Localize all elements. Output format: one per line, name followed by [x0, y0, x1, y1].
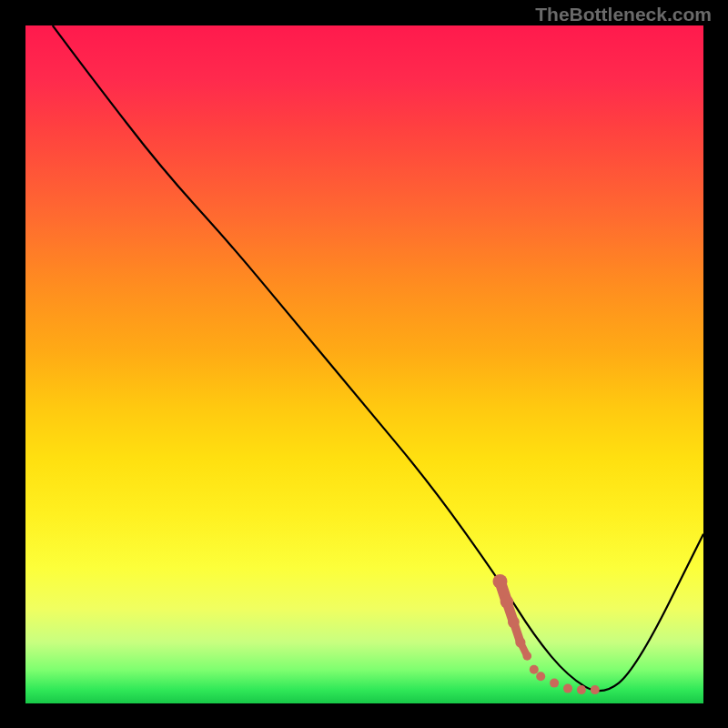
svg-point-13	[577, 685, 586, 694]
svg-point-4	[493, 574, 508, 589]
svg-point-10	[536, 672, 545, 681]
svg-point-7	[515, 637, 525, 647]
svg-line-1	[513, 622, 521, 642]
bottleneck-curve	[53, 25, 703, 691]
svg-point-11	[550, 679, 559, 688]
chart-svg	[25, 25, 703, 703]
svg-line-0	[521, 642, 527, 656]
chart-plot-area	[25, 25, 703, 703]
watermark-text: TheBottleneck.com	[535, 4, 712, 25]
svg-point-14	[591, 685, 600, 694]
svg-point-8	[523, 652, 532, 661]
svg-point-9	[530, 665, 539, 674]
optimal-marker	[493, 574, 600, 694]
svg-point-6	[508, 616, 520, 628]
svg-point-5	[500, 595, 513, 608]
svg-line-3	[500, 581, 507, 602]
svg-point-12	[563, 684, 572, 693]
svg-line-2	[507, 602, 514, 622]
